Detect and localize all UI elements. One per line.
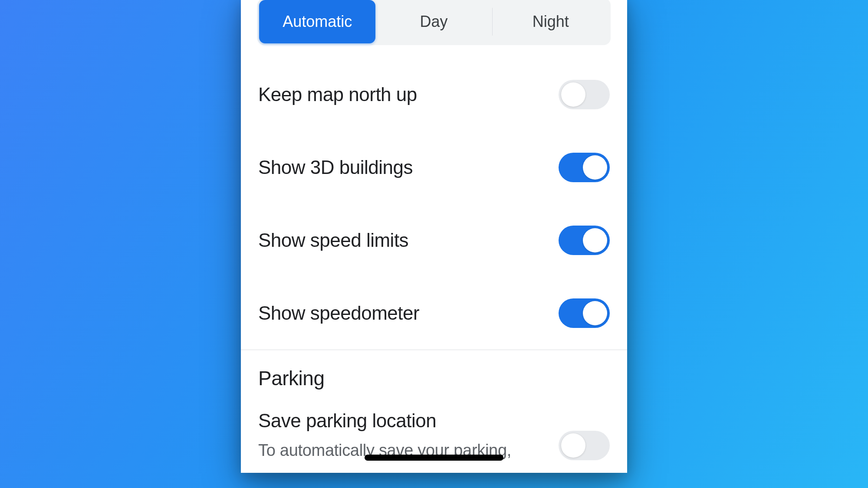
setting-speed-limits[interactable]: Show speed limits: [258, 204, 610, 277]
section-parking-header: Parking: [258, 350, 610, 402]
setting-keep-north-up[interactable]: Keep map north up: [258, 58, 610, 131]
tab-night-label: Night: [533, 13, 569, 31]
setting-label: Save parking location: [258, 410, 550, 432]
settings-panel: Automatic Day Night Keep map north up Sh…: [241, 0, 627, 473]
setting-label: Keep map north up: [258, 84, 417, 105]
toggle-speed-limits[interactable]: [559, 226, 610, 255]
toggle-knob: [561, 433, 585, 458]
tab-automatic[interactable]: Automatic: [259, 0, 375, 43]
tab-day[interactable]: Day: [375, 0, 492, 43]
setting-label: Show speedometer: [258, 302, 419, 324]
toggle-knob: [583, 301, 607, 325]
settings-list: Keep map north up Show 3D buildings Show…: [241, 58, 627, 462]
color-scheme-tabs: Automatic Day Night: [257, 0, 611, 45]
toggle-knob: [583, 228, 607, 252]
tab-day-label: Day: [420, 13, 447, 31]
toggle-speedometer[interactable]: [559, 298, 610, 328]
toggle-knob: [561, 82, 585, 107]
toggle-keep-north-up[interactable]: [559, 80, 610, 109]
setting-save-parking[interactable]: Save parking location To automatically s…: [258, 402, 610, 462]
toggle-knob: [583, 155, 607, 180]
home-indicator[interactable]: [365, 455, 503, 461]
setting-label: Show speed limits: [258, 229, 408, 251]
toggle-3d-buildings[interactable]: [559, 153, 610, 182]
setting-speedometer[interactable]: Show speedometer: [258, 277, 610, 350]
tab-night[interactable]: Night: [493, 0, 609, 43]
toggle-save-parking[interactable]: [559, 431, 610, 460]
setting-label: Show 3D buildings: [258, 157, 413, 178]
tab-automatic-label: Automatic: [283, 13, 352, 31]
setting-3d-buildings[interactable]: Show 3D buildings: [258, 131, 610, 204]
setting-text-column: Save parking location To automatically s…: [258, 410, 559, 462]
